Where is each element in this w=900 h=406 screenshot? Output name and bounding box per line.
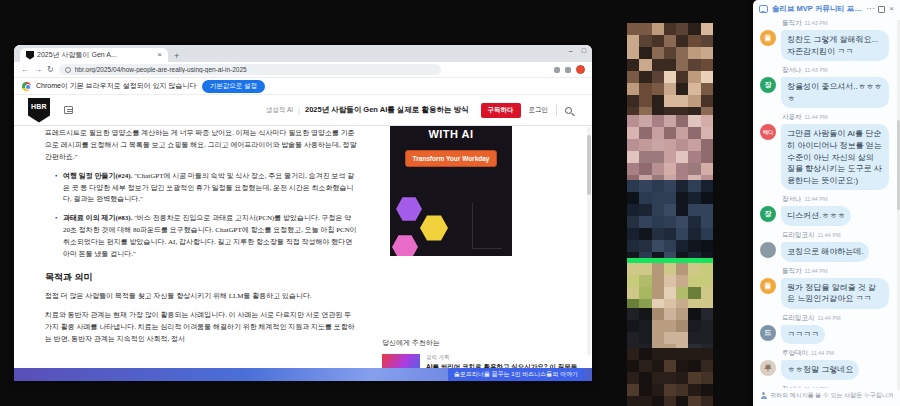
participant-video-6[interactable] bbox=[627, 348, 713, 406]
default-browser-notice: Chrome이 기본 브라우저로 설정되어 있지 않습니다 기본값으로 설정 bbox=[14, 78, 592, 95]
page-title: 2025년 사람들이 Gen AI를 실제로 활용하는 방식 bbox=[305, 105, 469, 115]
ai-ad-banner[interactable]: FUTURE PROOF WITH AI Transform Your Work… bbox=[390, 108, 512, 256]
participant-video-strip bbox=[627, 23, 713, 406]
recommended-item[interactable]: 경력 계획 AI를 커리어 코치로 활용하고 싶으신가요? 이 질문들을 활용해… bbox=[382, 354, 582, 368]
article-bullet-list: 여행 일정 만들기(#24). "ChatGPT에 시골 마을의 숙박 및 식사… bbox=[55, 171, 357, 261]
set-default-button[interactable]: 기본값으로 설정 bbox=[202, 80, 265, 93]
bottom-ad-banner[interactable]: 솔로프리너를 꿈꾸는 1인 비즈니스들의 이야기 bbox=[14, 368, 592, 381]
message-bubble: 코칭으로 해야하는데. bbox=[781, 242, 869, 262]
message-bubble: 디스커션.ㅎㅎㅎ bbox=[781, 206, 851, 226]
chat-title: 솔리브 MVP 커뮤니티 프리... bbox=[772, 4, 862, 14]
site-info-icon[interactable] bbox=[65, 67, 71, 73]
participant-video-3[interactable] bbox=[627, 180, 713, 258]
notice-text: Chrome이 기본 브라우저로 설정되어 있지 않습니다 bbox=[36, 81, 197, 91]
message-bubble: ㅎㅎ정말 그렇네요 bbox=[781, 360, 859, 380]
avatar: 장 bbox=[760, 77, 776, 93]
article-paragraph: 점점 더 많은 사람들이 목적을 찾고 자신을 향상시키기 위해 LLM을 활용… bbox=[45, 291, 357, 303]
browser-tab[interactable]: 2025년 사람들이 Gen A... × bbox=[20, 48, 168, 62]
person-icon bbox=[760, 392, 767, 399]
browser-tabstrip: 2025년 사람들이 Gen A... × + – □ bbox=[14, 45, 592, 62]
address-bar[interactable]: hbr.org/2025/04/how-people-are-really-us… bbox=[59, 64, 441, 75]
message-time: 11:44 PM bbox=[811, 350, 834, 356]
site-header: HBR 생성적 AI | 2025년 사람들이 Gen AI를 실제로 활용하는… bbox=[14, 95, 592, 126]
browser-window: 2025년 사람들이 Gen A... × + – □ ← → ↻ hbr.or… bbox=[14, 45, 592, 381]
participant-video-2[interactable] bbox=[627, 115, 713, 180]
sender-name: 장서나 bbox=[782, 195, 802, 202]
header-divider bbox=[556, 104, 557, 116]
extensions-icon[interactable] bbox=[565, 67, 571, 73]
sender-name: 루앙데이 bbox=[782, 349, 808, 356]
sender-name: 돌직가 bbox=[782, 19, 802, 26]
login-link[interactable]: 로그인 bbox=[529, 106, 549, 115]
ad-hexagon-pink bbox=[392, 234, 418, 256]
avatar: 돌 bbox=[760, 30, 776, 46]
window-minimize-button[interactable]: – bbox=[569, 47, 573, 54]
avatar: 루 bbox=[760, 360, 776, 376]
sender-name: 돌직가 bbox=[782, 267, 802, 274]
ad-hexagon-purple bbox=[396, 196, 422, 222]
profile-avatar[interactable] bbox=[576, 65, 585, 74]
sender-name: 사용자 bbox=[782, 113, 802, 120]
subscribe-button[interactable]: 구독하다 bbox=[481, 103, 521, 118]
title-separator: | bbox=[298, 107, 300, 114]
section-heading: 목적과 의미 bbox=[45, 270, 357, 285]
tab-close-icon[interactable]: × bbox=[157, 51, 162, 59]
message-bubble: 칭찬도 그렇게 잘해줘요... 자존감지킴이 ㅋㅋ bbox=[781, 30, 889, 61]
chat-message: 장서나11:44 PM 장 비밀 보장. bbox=[760, 385, 893, 388]
forward-icon[interactable]: → bbox=[34, 66, 42, 74]
new-tab-button[interactable]: + bbox=[174, 51, 179, 62]
chat-message: 루앙데이11:44 PM 루 ㅎㅎ정말 그렇네요 bbox=[760, 349, 893, 380]
participant-video-5[interactable] bbox=[627, 308, 713, 348]
message-time: 11:43 PM bbox=[805, 20, 828, 26]
message-bubble: 뭔가 정답을 알려줄 것 같은 느낌인거같아요 ㅋㅋ bbox=[781, 278, 889, 309]
article-category[interactable]: 생성적 AI bbox=[266, 106, 293, 115]
tab-title: 2025년 사람들이 Gen A... bbox=[37, 50, 154, 60]
message-bubble: ㅋㅋㅋㅋ bbox=[781, 325, 825, 345]
message-time: 11:44 PM bbox=[805, 196, 828, 202]
participant-video-4[interactable] bbox=[627, 263, 713, 308]
article-paragraph: 프레드시트로 필요한 영양소를 계산하는 게 너무 짜증 났어요. 이제는 식사… bbox=[45, 128, 357, 164]
avatar: 장 bbox=[760, 206, 776, 222]
bullet-fine-appeal: 과태료 이의 제기(#83). "버스 전용차로 진입으로 과태료 고지서(PC… bbox=[55, 213, 357, 261]
message-time: 11:44 PM bbox=[805, 268, 828, 274]
message-bubble: 그만큼 사람들이 AI를 단순히 아이디어나 정보를 얻는 수준이 아닌 자신의… bbox=[781, 124, 889, 190]
article-paragraph: 치료와 동반자 관계는 현재 가장 많이 활용되는 사례입니다. 이 사례는 서… bbox=[45, 310, 357, 346]
search-icon[interactable] bbox=[565, 107, 572, 114]
chat-message: 장서나11:43 PM 장 창율성이 좋으셔서..ㅎㅎㅎㅎ bbox=[760, 66, 893, 108]
recommended-rail: 당신에게 추천하는 경력 계획 AI를 커리어 코치로 활용하고 싶으신가요? … bbox=[382, 338, 582, 368]
chat-header: 솔리브 MVP 커뮤니티 프리... ⋯ × bbox=[753, 0, 900, 17]
ad-circuit-decoration bbox=[472, 203, 502, 249]
chat-panel: 솔리브 MVP 커뮤니티 프리... ⋯ × 돌직가11:43 PM 돌 칭찬도… bbox=[753, 0, 900, 406]
message-time: 11:44 PM bbox=[805, 114, 828, 120]
chat-message-list[interactable]: 돌직가11:43 PM 돌 칭찬도 그렇게 잘해줘요... 자존감지킴이 ㅋㅋ … bbox=[753, 17, 900, 388]
chat-message: 돌직가11:44 PM 돌 뭔가 정답을 알려줄 것 같은 느낌인거같아요 ㅋㅋ bbox=[760, 267, 893, 309]
window-maximize-button[interactable]: □ bbox=[582, 47, 586, 54]
chat-close-icon[interactable]: × bbox=[889, 5, 894, 13]
back-icon[interactable]: ← bbox=[21, 66, 29, 74]
sender-name: 드리밍코치 bbox=[782, 231, 815, 238]
avatar: 드 bbox=[760, 325, 776, 341]
bullet-travel-itinerary: 여행 일정 만들기(#24). "ChatGPT에 시골 마을의 숙박 및 식사… bbox=[55, 171, 357, 207]
chat-message: 사용자11:44 PM 메디 그만큼 사람들이 AI를 단순히 아이디어나 정보… bbox=[760, 113, 893, 190]
participant-video-1[interactable] bbox=[627, 23, 713, 115]
reload-icon[interactable]: ↻ bbox=[47, 66, 54, 74]
message-time: 11:44 PM bbox=[818, 232, 841, 238]
message-time: 11:43 PM bbox=[805, 67, 828, 73]
ad-cta-button[interactable]: Transform Your Workday bbox=[405, 150, 498, 167]
chat-popout-icon[interactable] bbox=[878, 6, 885, 13]
avatar: 메디 bbox=[760, 124, 776, 140]
chat-more-icon[interactable]: ⋯ bbox=[866, 5, 874, 13]
hbr-logo[interactable]: HBR bbox=[28, 98, 50, 123]
ad-headline: WITH AI bbox=[390, 128, 512, 140]
bookmark-icon[interactable] bbox=[554, 67, 560, 73]
chat-bubble-icon bbox=[759, 5, 768, 13]
message-time: 11:44 PM bbox=[818, 315, 841, 321]
article-body: 프레드시트로 필요한 영양소를 계산하는 게 너무 짜증 났어요. 이제는 식사… bbox=[45, 128, 357, 353]
menu-icon[interactable] bbox=[64, 106, 73, 114]
page-scrollbar-thumb[interactable] bbox=[587, 135, 591, 195]
chat-message: 드리밍코치11:44 PM 드 ㅋㅋㅋㅋ bbox=[760, 314, 893, 345]
sender-name: 장서나 bbox=[782, 385, 802, 388]
message-time: 11:44 PM bbox=[805, 386, 828, 388]
bottom-ad-label[interactable]: 솔로프리너를 꿈꾸는 1인 비즈니스들의 이야기 bbox=[448, 368, 584, 381]
avatar bbox=[760, 242, 776, 258]
